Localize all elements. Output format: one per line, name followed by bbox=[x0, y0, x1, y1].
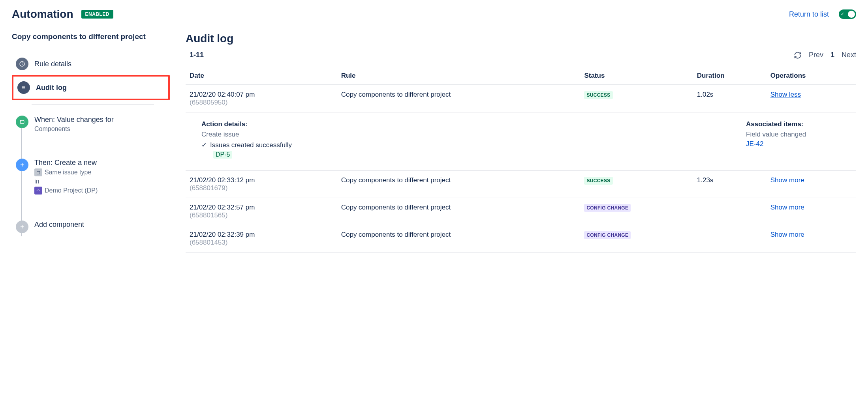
col-operations: Operations bbox=[767, 67, 856, 85]
flow-subtitle: Same issue type bbox=[45, 169, 91, 176]
prev-button[interactable]: Prev bbox=[809, 51, 823, 59]
table-row: 21/02/20 02:32:57 pm(658801565)Copy comp… bbox=[186, 198, 856, 225]
row-date: 21/02/20 02:32:39 pm bbox=[190, 231, 333, 239]
flow-trigger[interactable]: When: Value changes for Components bbox=[12, 112, 170, 136]
check-icon: ✓ bbox=[841, 12, 844, 16]
svg-point-2 bbox=[22, 63, 23, 63]
project-icon bbox=[34, 187, 42, 195]
row-duration: 1.23s bbox=[693, 171, 767, 198]
status-badge: SUCCESS bbox=[584, 177, 612, 185]
enabled-badge: ENABLED bbox=[81, 10, 114, 19]
expanded-row: Action details:Create issue✓Issues creat… bbox=[186, 112, 856, 171]
next-button[interactable]: Next bbox=[842, 51, 856, 59]
row-date: 21/02/20 02:33:12 pm bbox=[190, 176, 333, 184]
rule-name: Copy components to different project bbox=[12, 32, 170, 41]
table-row: 21/02/20 02:32:39 pm(658801453)Copy comp… bbox=[186, 225, 856, 252]
list-icon bbox=[17, 81, 30, 94]
check-icon: ✓ bbox=[201, 141, 207, 149]
action-details-sub: Create issue bbox=[201, 131, 718, 138]
row-date: 21/02/20 02:32:57 pm bbox=[190, 204, 333, 211]
flow-action[interactable]: Then: Create a new ◻ Same issue type in … bbox=[12, 155, 170, 198]
row-id: (658801679) bbox=[190, 184, 333, 192]
row-rule: Copy components to different project bbox=[337, 85, 581, 112]
col-status: Status bbox=[580, 67, 693, 85]
col-date: Date bbox=[186, 67, 337, 85]
nav-label: Rule details bbox=[34, 60, 71, 68]
associated-items-sub: Field value changed bbox=[746, 131, 852, 138]
flow-title: Add component bbox=[34, 221, 166, 229]
page-title: Automation bbox=[12, 8, 73, 21]
nav-label: Audit log bbox=[36, 84, 67, 92]
table-row: 21/02/20 02:33:12 pm(658801679)Copy comp… bbox=[186, 171, 856, 198]
audit-log-table: Date Rule Status Duration Operations 21/… bbox=[186, 67, 856, 252]
row-id: (658805950) bbox=[190, 99, 333, 107]
enable-toggle[interactable]: ✓ bbox=[839, 9, 856, 19]
associated-issue-link[interactable]: JE-42 bbox=[746, 140, 763, 148]
row-duration bbox=[693, 225, 767, 252]
success-message: Issues created successfully bbox=[210, 141, 292, 149]
row-rule: Copy components to different project bbox=[337, 171, 581, 198]
col-duration: Duration bbox=[693, 67, 767, 85]
flow-add-component[interactable]: Add component bbox=[12, 217, 170, 236]
action-details-heading: Action details: bbox=[201, 120, 718, 128]
issuetype-icon: ◻ bbox=[34, 168, 42, 176]
flow-subtitle: Components bbox=[34, 125, 166, 133]
associated-items-heading: Associated items: bbox=[746, 120, 852, 128]
refresh-icon[interactable] bbox=[794, 51, 802, 59]
trigger-icon bbox=[16, 116, 28, 128]
flow-subtitle: Demo Project (DP) bbox=[45, 187, 98, 194]
flow-sub-in: in bbox=[34, 178, 39, 185]
row-id: (658801453) bbox=[190, 239, 333, 247]
row-rule: Copy components to different project bbox=[337, 225, 581, 252]
row-duration bbox=[693, 198, 767, 225]
flow-title: Then: Create a new bbox=[34, 159, 166, 167]
row-date: 21/02/20 02:40:07 pm bbox=[190, 91, 333, 99]
toggle-details-link[interactable]: Show less bbox=[770, 91, 801, 98]
toggle-details-link[interactable]: Show more bbox=[770, 231, 804, 238]
plus-icon bbox=[16, 221, 28, 233]
row-id: (658801565) bbox=[190, 211, 333, 219]
plus-icon bbox=[16, 159, 28, 171]
info-icon bbox=[16, 58, 28, 70]
page-number: 1 bbox=[830, 51, 834, 59]
col-rule: Rule bbox=[337, 67, 581, 85]
flow-title: When: Value changes for bbox=[34, 116, 166, 124]
status-badge: SUCCESS bbox=[584, 91, 612, 99]
nav-audit-log[interactable]: Audit log bbox=[12, 75, 170, 100]
status-badge: CONFIG CHANGE bbox=[584, 204, 631, 212]
result-range: 1-11 bbox=[190, 51, 204, 59]
divider bbox=[32, 104, 154, 105]
table-row: 21/02/20 02:40:07 pm(658805950)Copy comp… bbox=[186, 85, 856, 112]
status-badge: CONFIG CHANGE bbox=[584, 231, 631, 239]
row-duration: 1.02s bbox=[693, 85, 767, 112]
row-rule: Copy components to different project bbox=[337, 198, 581, 225]
created-issue-key[interactable]: DP-5 bbox=[213, 151, 232, 159]
return-to-list-link[interactable]: Return to list bbox=[789, 10, 829, 19]
toggle-details-link[interactable]: Show more bbox=[770, 176, 804, 184]
main-title: Audit log bbox=[186, 32, 856, 45]
toggle-details-link[interactable]: Show more bbox=[770, 204, 804, 211]
nav-rule-details[interactable]: Rule details bbox=[12, 53, 170, 75]
